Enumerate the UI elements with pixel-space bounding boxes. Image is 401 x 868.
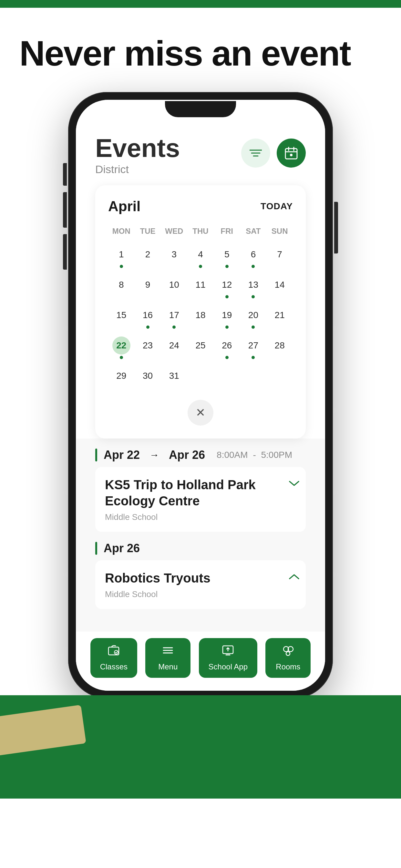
cal-day-8[interactable]: 8 (108, 272, 135, 302)
cal-day-16[interactable]: 16 (135, 302, 161, 333)
cal-day-19[interactable]: 19 (214, 302, 240, 333)
cal-day-18[interactable]: 18 (187, 302, 214, 333)
cal-day-empty-3 (240, 363, 267, 393)
cal-day-21[interactable]: 21 (266, 302, 293, 333)
filter-icon (250, 148, 262, 158)
calendar-icon (284, 146, 298, 160)
cal-day-empty-4 (266, 363, 293, 393)
phone-button-mute (63, 163, 67, 186)
weekday-thu: THU (187, 224, 214, 238)
hero-section: Never miss an event (0, 8, 401, 92)
cal-day-14[interactable]: 14 (266, 272, 293, 302)
event-2-school: Middle School (105, 589, 296, 599)
event-1-date-bar (95, 448, 97, 461)
cal-day-30[interactable]: 30 (135, 363, 161, 393)
cal-day-5[interactable]: 5 (214, 242, 240, 272)
cal-day-empty-2 (214, 363, 240, 393)
nav-rooms-label: Rooms (276, 662, 300, 671)
cal-day-15[interactable]: 15 (108, 302, 135, 333)
event-1-time: 8:00AM - 5:00PM (217, 450, 292, 460)
header-title-group: Events District (95, 135, 180, 176)
phone-frame: Events District (68, 92, 333, 699)
event-1-date-from: Apr 22 (104, 448, 140, 462)
event-2-card: Robotics Tryouts Middle School (95, 560, 306, 609)
header-actions (241, 138, 306, 167)
phone-wrapper: Events District (0, 92, 401, 699)
nav-menu-button[interactable]: Menu (145, 638, 190, 678)
weekday-sat: SAT (240, 224, 267, 238)
classes-icon (107, 645, 120, 659)
event-2-date-bar (95, 542, 97, 555)
calendar-close-button[interactable]: ✕ (188, 400, 213, 426)
phone-button-vol-up (63, 192, 67, 228)
page-subtitle: District (95, 163, 180, 176)
nav-classes-label: Classes (100, 662, 127, 671)
cal-day-28[interactable]: 28 (266, 333, 293, 363)
events-list: Apr 22 → Apr 26 8:00AM - 5:00PM KS5 Trip… (76, 448, 325, 631)
calendar-view-button[interactable] (277, 138, 306, 167)
cal-day-25[interactable]: 25 (187, 333, 214, 363)
page-title: Events (95, 135, 180, 161)
calendar-weekdays: MON TUE WED THU FRI SAT SUN (108, 224, 293, 238)
event-1-arrow: → (150, 450, 159, 461)
hero-title: Never miss an event (19, 34, 382, 73)
weekday-mon: MON (108, 224, 135, 238)
menu-icon (161, 645, 174, 659)
event-1-title: KS5 Trip to Holland Park Ecology Centre (105, 476, 296, 509)
today-button[interactable]: TODAY (260, 201, 293, 212)
event-1-expand-button[interactable] (289, 476, 299, 489)
cal-day-31[interactable]: 31 (161, 363, 187, 393)
nav-rooms-button[interactable]: Rooms (266, 638, 311, 678)
top-status-bar (0, 0, 401, 8)
cal-day-22[interactable]: 22 (108, 333, 135, 363)
cal-day-20[interactable]: 20 (240, 302, 267, 333)
nav-schoolapp-button[interactable]: School App (199, 638, 257, 678)
app-header-section: Events District (76, 122, 325, 438)
nav-menu-label: Menu (158, 662, 178, 671)
rooms-icon (281, 645, 295, 659)
schoolapp-icon (221, 645, 235, 659)
cal-day-11[interactable]: 11 (187, 272, 214, 302)
chevron-up-icon (289, 574, 299, 580)
cal-day-6[interactable]: 6 (240, 242, 267, 272)
bottom-band (0, 695, 401, 799)
phone-button-power (334, 202, 338, 253)
nav-classes-button[interactable]: Classes (90, 638, 137, 678)
event-2-date: Apr 26 (104, 541, 140, 555)
event-1-date-row: Apr 22 → Apr 26 8:00AM - 5:00PM (95, 448, 306, 462)
phone-button-vol-down (63, 234, 67, 270)
nav-schoolapp-label: School App (209, 662, 248, 671)
event-group-1: Apr 22 → Apr 26 8:00AM - 5:00PM KS5 Trip… (95, 448, 306, 532)
cal-day-23[interactable]: 23 (135, 333, 161, 363)
chevron-down-icon (289, 480, 299, 487)
cal-day-24[interactable]: 24 (161, 333, 187, 363)
calendar-header: April TODAY (108, 198, 293, 214)
bottom-band-decoration (0, 705, 86, 757)
calendar-close-wrap: ✕ (108, 400, 293, 426)
cal-day-7[interactable]: 7 (266, 242, 293, 272)
svg-point-18 (286, 652, 290, 655)
calendar-days: 1 2 3 4 5 6 7 8 9 10 11 12 (108, 242, 293, 393)
cal-day-9[interactable]: 9 (135, 272, 161, 302)
cal-day-1[interactable]: 1 (108, 242, 135, 272)
cal-day-10[interactable]: 10 (161, 272, 187, 302)
filter-button[interactable] (241, 138, 270, 167)
cal-day-29[interactable]: 29 (108, 363, 135, 393)
cal-day-17[interactable]: 17 (161, 302, 187, 333)
event-group-2: Apr 26 Robotics Tryouts Middle School (95, 541, 306, 609)
cal-day-13[interactable]: 13 (240, 272, 267, 302)
calendar-grid: MON TUE WED THU FRI SAT SUN 1 2 (108, 224, 293, 393)
event-2-title: Robotics Tryouts (105, 570, 296, 586)
cal-day-2[interactable]: 2 (135, 242, 161, 272)
event-1-card: KS5 Trip to Holland Park Ecology Centre … (95, 467, 306, 532)
cal-day-12[interactable]: 12 (214, 272, 240, 302)
cal-day-27[interactable]: 27 (240, 333, 267, 363)
cal-day-4[interactable]: 4 (187, 242, 214, 272)
cal-day-26[interactable]: 26 (214, 333, 240, 363)
cal-day-3[interactable]: 3 (161, 242, 187, 272)
app-header: Events District (95, 122, 306, 182)
weekday-wed: WED (161, 224, 187, 238)
schoolapp-svg (221, 645, 235, 656)
bottom-navigation: Classes Menu (76, 631, 325, 691)
event-2-expand-button[interactable] (289, 570, 299, 583)
